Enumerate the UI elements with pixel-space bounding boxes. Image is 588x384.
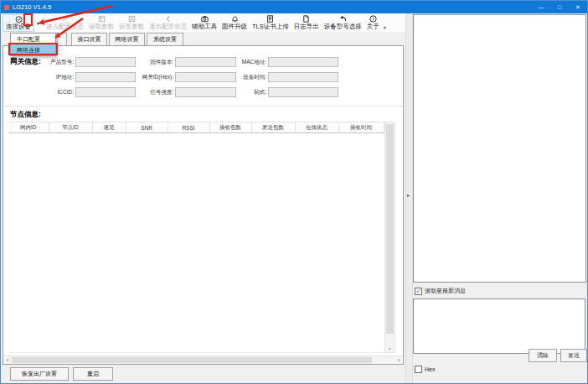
minimize-button[interactable]: — (532, 1, 550, 13)
toolbar-button-label: 关于 (367, 23, 379, 31)
section-divider (3, 106, 403, 106)
network-standard-label: 制式: (214, 89, 266, 96)
table-vertical-scrollbar[interactable]: ⌄ (384, 122, 395, 353)
firmware-upgrade-button[interactable]: 固件升级 (219, 14, 250, 32)
toolbar-button-label: 设置参数 (119, 23, 144, 31)
hex-label: Hex (425, 366, 435, 372)
connect-device-dropdown-arrow[interactable]: ▾ (34, 15, 42, 30)
read-params-button: 读取参数 (86, 14, 116, 32)
log-output-area[interactable] (413, 14, 586, 283)
toolbar-button-label: 辅助工具 (192, 23, 217, 31)
toolbar-button-label: 进入配置状态 (46, 23, 84, 31)
send-message-input[interactable] (413, 298, 585, 354)
tab-interface-settings[interactable]: 接口设置 (71, 33, 107, 46)
column-header-online[interactable]: 在线状态 (295, 122, 338, 133)
iccid-label: ICCID: (22, 89, 74, 95)
set-params-button: 设置参数 (116, 14, 147, 32)
tab-network-settings[interactable]: 网络设置 (109, 33, 145, 46)
app-window: LG210 V1.4.5 — □ ✕ 连接设备 ▾ 进入配置状态 读取参数 设置… (0, 0, 588, 384)
factory-reset-button[interactable]: 恢复出厂设置 (10, 367, 69, 381)
horizontal-scrollbar-thumb[interactable] (12, 357, 372, 363)
gateway-id-label: 网关ID(Hex): (121, 74, 173, 81)
maximize-button[interactable]: □ (550, 1, 569, 13)
column-header-rx-count[interactable]: 接收包数 (209, 122, 251, 133)
panel-splitter[interactable]: ▸ (405, 13, 413, 384)
hex-row: Hex (415, 366, 435, 373)
toolbar-button-label: 日志导出 (294, 23, 319, 31)
toolbar-button-label: 退出配置状态 (149, 23, 187, 31)
scroll-down-icon[interactable]: ⌄ (385, 343, 395, 352)
tab-system-settings[interactable]: 系统设置 (147, 33, 183, 46)
node-table-body (8, 133, 384, 353)
network-standard-input[interactable] (268, 87, 338, 97)
clear-button[interactable]: 清除 (529, 349, 557, 362)
toolbar-button-label: 固件升级 (222, 23, 247, 31)
exit-config-state-button: 退出配置状态 (147, 14, 189, 32)
log-panel: ✓ 滚动至最新消息 Hex (413, 13, 588, 384)
firmware-version-label: 固件版本: (121, 59, 173, 66)
window-controls: — □ ✕ (532, 1, 587, 13)
restart-button[interactable]: 重启 (73, 367, 113, 381)
close-button[interactable]: ✕ (569, 1, 587, 13)
ip-address-label: IP地址: (22, 74, 74, 81)
chevron-down-icon: ▾ (37, 20, 39, 26)
app-icon (4, 5, 9, 10)
toolbar: 连接设备 ▾ 进入配置状态 读取参数 设置参数 退出配置状态 辅助工具 固件升级 (1, 13, 405, 32)
window-title: LG210 V1.4.5 (13, 3, 51, 11)
mac-address-label: MAC地址: (214, 59, 266, 66)
toolbar-button-label: 读取参数 (89, 23, 114, 31)
toolbar-button-label: 设备型号选择 (324, 23, 362, 31)
scroll-left-icon[interactable]: ‹ (3, 356, 12, 365)
column-header-snr[interactable]: SNR (126, 122, 168, 133)
node-info-title: 节点信息: (10, 110, 41, 120)
mac-address-input[interactable] (268, 57, 338, 67)
annotation-box-dropdown-arrow (23, 13, 33, 26)
column-header-node-id[interactable]: 节点ID (49, 122, 92, 133)
title-bar: LG210 V1.4.5 — □ ✕ (1, 1, 587, 13)
autoscroll-row: ✓ 滚动至最新消息 (415, 287, 466, 295)
column-header-net-id[interactable]: 网内ID (8, 122, 49, 133)
enter-config-state-button: 进入配置状态 (44, 14, 86, 32)
about-button[interactable]: 关于 (364, 14, 382, 32)
device-model-select-button[interactable]: 设备型号选择 (322, 14, 364, 32)
node-table: 网内ID 节点ID 通道 SNR RSSI 接收包数 发送包数 在线状态 接收时… (8, 122, 384, 133)
annotation-box-network-connection (8, 43, 58, 55)
product-model-label: 产品型号: (22, 59, 74, 66)
vertical-scrollbar-thumb[interactable] (386, 124, 394, 334)
autoscroll-checkbox[interactable]: ✓ (415, 288, 422, 295)
column-header-rx-time[interactable]: 接收时间 (338, 122, 384, 133)
auxiliary-tools-button[interactable]: 辅助工具 (189, 14, 219, 32)
toolbar-overflow-icon[interactable]: ▾ (384, 24, 386, 32)
device-time-input[interactable] (268, 72, 338, 82)
scroll-right-icon[interactable]: › (395, 356, 403, 365)
device-time-label: 设备时间: (214, 74, 266, 81)
autoscroll-label: 滚动至最新消息 (425, 287, 466, 295)
column-header-tx-count[interactable]: 发送包数 (251, 122, 295, 133)
splitter-collapse-icon[interactable]: ▸ (407, 192, 410, 198)
toolbar-button-label: TLS证书上传 (252, 23, 289, 31)
tls-cert-upload-button[interactable]: TLS证书上传 (250, 14, 291, 32)
column-header-rssi[interactable]: RSSI (168, 122, 209, 133)
hex-checkbox[interactable] (415, 366, 422, 373)
main-panel: 网关信息: 产品型号: 固件版本: MAC地址: IP地址: 网关ID(Hex)… (3, 45, 404, 365)
main-horizontal-scrollbar[interactable]: ‹ › (3, 355, 403, 364)
column-header-channel[interactable]: 通道 (92, 122, 126, 133)
node-table-header-row: 网内ID 节点ID 通道 SNR RSSI 接收包数 发送包数 在线状态 接收时… (8, 122, 384, 133)
signal-strength-label: 信号强度: (121, 89, 173, 96)
send-button[interactable]: 发送 (560, 349, 587, 362)
log-export-button[interactable]: 日志导出 (291, 14, 322, 32)
